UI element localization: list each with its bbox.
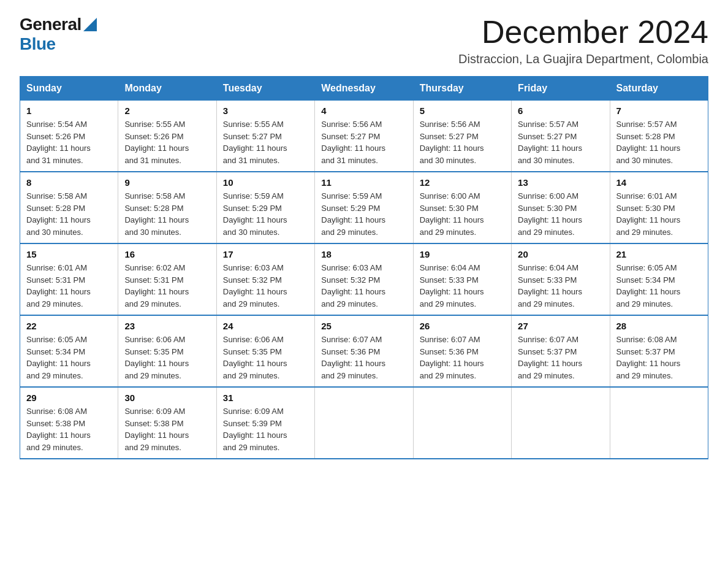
calendar-cell	[413, 387, 511, 459]
day-info: Sunrise: 5:54 AM Sunset: 5:26 PM Dayligh…	[26, 118, 112, 166]
week-row-5: 29Sunrise: 6:08 AM Sunset: 5:38 PM Dayli…	[20, 387, 708, 459]
calendar-cell: 20Sunrise: 6:04 AM Sunset: 5:33 PM Dayli…	[512, 243, 610, 315]
calendar-cell: 19Sunrise: 6:04 AM Sunset: 5:33 PM Dayli…	[413, 243, 511, 315]
day-info: Sunrise: 6:06 AM Sunset: 5:35 PM Dayligh…	[223, 334, 308, 381]
day-number: 9	[124, 177, 210, 188]
calendar-cell: 13Sunrise: 6:00 AM Sunset: 5:30 PM Dayli…	[512, 172, 610, 243]
day-info: Sunrise: 6:03 AM Sunset: 5:32 PM Dayligh…	[223, 262, 308, 310]
day-number: 23	[124, 321, 210, 331]
week-row-3: 15Sunrise: 6:01 AM Sunset: 5:31 PM Dayli…	[20, 243, 708, 315]
logo-general-text: General	[20, 15, 82, 34]
calendar-cell: 4Sunrise: 5:56 AM Sunset: 5:27 PM Daylig…	[315, 101, 413, 172]
location-title: Distraccion, La Guajira Department, Colo…	[458, 52, 708, 66]
calendar-cell: 16Sunrise: 6:02 AM Sunset: 5:31 PM Dayli…	[118, 243, 216, 315]
day-info: Sunrise: 5:58 AM Sunset: 5:28 PM Dayligh…	[124, 190, 210, 238]
day-number: 27	[518, 321, 603, 331]
day-info: Sunrise: 6:05 AM Sunset: 5:34 PM Dayligh…	[26, 334, 112, 381]
week-row-4: 22Sunrise: 6:05 AM Sunset: 5:34 PM Dayli…	[20, 315, 708, 387]
day-info: Sunrise: 5:55 AM Sunset: 5:27 PM Dayligh…	[223, 118, 308, 166]
day-number: 18	[321, 249, 406, 259]
day-number: 12	[420, 177, 505, 188]
day-number: 20	[518, 249, 603, 259]
day-number: 31	[223, 393, 308, 403]
day-info: Sunrise: 5:55 AM Sunset: 5:26 PM Dayligh…	[124, 118, 210, 166]
day-info: Sunrise: 5:56 AM Sunset: 5:27 PM Dayligh…	[321, 118, 406, 166]
calendar-cell: 7Sunrise: 5:57 AM Sunset: 5:28 PM Daylig…	[610, 101, 708, 172]
calendar-cell: 6Sunrise: 5:57 AM Sunset: 5:27 PM Daylig…	[512, 101, 610, 172]
day-number: 11	[321, 177, 406, 188]
day-info: Sunrise: 6:05 AM Sunset: 5:34 PM Dayligh…	[616, 262, 702, 310]
day-info: Sunrise: 6:01 AM Sunset: 5:30 PM Dayligh…	[616, 190, 702, 238]
header-day-friday: Friday	[512, 77, 610, 101]
day-info: Sunrise: 6:06 AM Sunset: 5:35 PM Dayligh…	[124, 334, 210, 381]
day-info: Sunrise: 6:04 AM Sunset: 5:33 PM Dayligh…	[518, 262, 603, 310]
header-row: SundayMondayTuesdayWednesdayThursdayFrid…	[20, 77, 708, 101]
header-day-thursday: Thursday	[413, 77, 511, 101]
week-row-2: 8Sunrise: 5:58 AM Sunset: 5:28 PM Daylig…	[20, 172, 708, 243]
day-number: 29	[26, 393, 112, 403]
calendar-cell: 30Sunrise: 6:09 AM Sunset: 5:38 PM Dayli…	[118, 387, 216, 459]
day-number: 2	[124, 105, 210, 116]
day-info: Sunrise: 5:59 AM Sunset: 5:29 PM Dayligh…	[321, 190, 406, 238]
day-number: 22	[26, 321, 112, 331]
calendar-cell	[512, 387, 610, 459]
logo: General Blue	[20, 15, 97, 54]
day-number: 4	[321, 105, 406, 116]
calendar-cell: 9Sunrise: 5:58 AM Sunset: 5:28 PM Daylig…	[118, 172, 216, 243]
day-info: Sunrise: 5:57 AM Sunset: 5:28 PM Dayligh…	[616, 118, 702, 166]
calendar-cell: 23Sunrise: 6:06 AM Sunset: 5:35 PM Dayli…	[118, 315, 216, 387]
day-info: Sunrise: 6:04 AM Sunset: 5:33 PM Dayligh…	[420, 262, 505, 310]
day-number: 14	[616, 177, 702, 188]
calendar-cell: 5Sunrise: 5:56 AM Sunset: 5:27 PM Daylig…	[413, 101, 511, 172]
logo-blue-text: Blue	[20, 34, 56, 54]
calendar-cell: 10Sunrise: 5:59 AM Sunset: 5:29 PM Dayli…	[216, 172, 314, 243]
calendar-cell: 15Sunrise: 6:01 AM Sunset: 5:31 PM Dayli…	[20, 243, 118, 315]
day-number: 26	[420, 321, 505, 331]
day-info: Sunrise: 6:00 AM Sunset: 5:30 PM Dayligh…	[420, 190, 505, 238]
day-info: Sunrise: 5:56 AM Sunset: 5:27 PM Dayligh…	[420, 118, 505, 166]
calendar-cell: 14Sunrise: 6:01 AM Sunset: 5:30 PM Dayli…	[610, 172, 708, 243]
week-row-1: 1Sunrise: 5:54 AM Sunset: 5:26 PM Daylig…	[20, 101, 708, 172]
day-number: 25	[321, 321, 406, 331]
calendar-cell: 26Sunrise: 6:07 AM Sunset: 5:36 PM Dayli…	[413, 315, 511, 387]
calendar-cell: 28Sunrise: 6:08 AM Sunset: 5:37 PM Dayli…	[610, 315, 708, 387]
calendar-cell: 17Sunrise: 6:03 AM Sunset: 5:32 PM Dayli…	[216, 243, 314, 315]
header-day-sunday: Sunday	[20, 77, 118, 101]
header-day-tuesday: Tuesday	[216, 77, 314, 101]
calendar-cell: 31Sunrise: 6:09 AM Sunset: 5:39 PM Dayli…	[216, 387, 314, 459]
header-day-saturday: Saturday	[610, 77, 708, 101]
day-number: 15	[26, 249, 112, 259]
calendar-cell: 22Sunrise: 6:05 AM Sunset: 5:34 PM Dayli…	[20, 315, 118, 387]
day-info: Sunrise: 6:07 AM Sunset: 5:37 PM Dayligh…	[518, 334, 603, 381]
day-number: 30	[124, 393, 210, 403]
calendar-cell: 21Sunrise: 6:05 AM Sunset: 5:34 PM Dayli…	[610, 243, 708, 315]
header: General Blue December 2024 Distraccion, …	[20, 15, 708, 66]
day-number: 21	[616, 249, 702, 259]
day-info: Sunrise: 5:58 AM Sunset: 5:28 PM Dayligh…	[26, 190, 112, 238]
calendar-cell: 2Sunrise: 5:55 AM Sunset: 5:26 PM Daylig…	[118, 101, 216, 172]
day-number: 6	[518, 105, 603, 116]
calendar-cell: 11Sunrise: 5:59 AM Sunset: 5:29 PM Dayli…	[315, 172, 413, 243]
day-info: Sunrise: 5:59 AM Sunset: 5:29 PM Dayligh…	[223, 190, 308, 238]
day-number: 19	[420, 249, 505, 259]
day-info: Sunrise: 6:09 AM Sunset: 5:38 PM Dayligh…	[124, 405, 210, 453]
header-day-monday: Monday	[118, 77, 216, 101]
calendar-cell: 3Sunrise: 5:55 AM Sunset: 5:27 PM Daylig…	[216, 101, 314, 172]
day-number: 28	[616, 321, 702, 331]
calendar-cell: 27Sunrise: 6:07 AM Sunset: 5:37 PM Dayli…	[512, 315, 610, 387]
day-number: 5	[420, 105, 505, 116]
title-area: December 2024 Distraccion, La Guajira De…	[458, 15, 708, 66]
day-info: Sunrise: 6:02 AM Sunset: 5:31 PM Dayligh…	[124, 262, 210, 310]
day-info: Sunrise: 6:07 AM Sunset: 5:36 PM Dayligh…	[321, 334, 406, 381]
svg-marker-0	[83, 18, 97, 31]
calendar-cell: 12Sunrise: 6:00 AM Sunset: 5:30 PM Dayli…	[413, 172, 511, 243]
day-number: 1	[26, 105, 112, 116]
month-title: December 2024	[458, 15, 708, 50]
day-number: 16	[124, 249, 210, 259]
day-number: 3	[223, 105, 308, 116]
calendar-cell: 8Sunrise: 5:58 AM Sunset: 5:28 PM Daylig…	[20, 172, 118, 243]
day-info: Sunrise: 5:57 AM Sunset: 5:27 PM Dayligh…	[518, 118, 603, 166]
day-info: Sunrise: 6:08 AM Sunset: 5:38 PM Dayligh…	[26, 405, 112, 453]
calendar-cell	[315, 387, 413, 459]
calendar-cell	[610, 387, 708, 459]
